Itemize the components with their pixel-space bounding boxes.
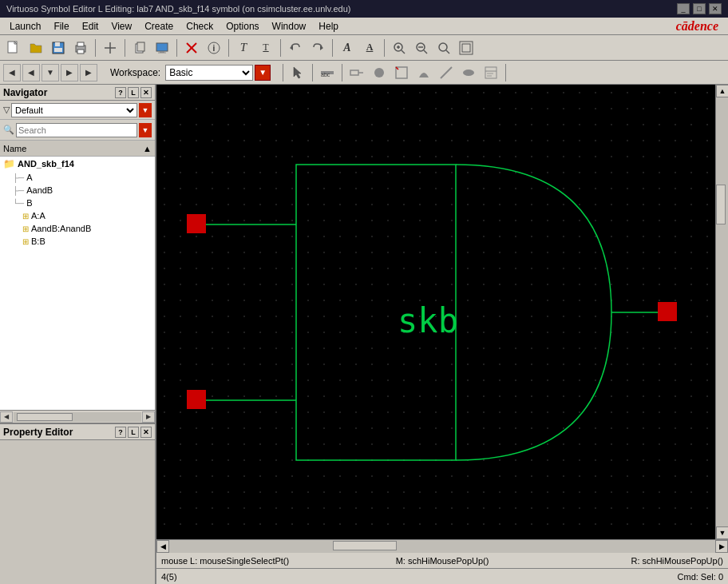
scroll-right-button[interactable]: ▶ [715,540,728,553]
toolbar-secondary: ◀ ◀ ▼ ▶ ▶ Workspace: Basic ▼ abc [0,61,728,85]
leaf-line3: └─ [13,199,24,208]
workspace-dropdown[interactable]: ▼ [255,65,271,81]
filter-select[interactable]: Default [11,103,137,117]
zoom-fit-button[interactable] [433,38,454,58]
menu-launch[interactable]: Launch [3,19,47,34]
property-editor-content [0,440,155,584]
undo-button[interactable] [285,38,306,58]
minimize-button[interactable]: _ [677,3,690,14]
svg-text:i: i [213,44,216,53]
crosshair-button[interactable] [100,38,121,58]
arc-tool[interactable] [413,62,434,83]
status-cmd-right: Cmd: Sel: 0 [442,572,723,582]
svg-rect-8 [77,50,84,54]
svg-point-42 [463,70,474,76]
status-bar-cmd: 4(5) Cmd: Sel: 0 [156,568,728,584]
close-button[interactable]: ✕ [709,3,722,14]
workspace-select[interactable]: Basic [165,65,253,81]
tree-item-aandb[interactable]: ├─ AandB [0,184,155,197]
prop-settings-button[interactable]: L [128,427,139,438]
redo-button[interactable] [307,38,328,58]
oval-tool[interactable] [458,62,479,83]
scroll-down-button[interactable]: ▼ [716,526,728,539]
select-tool[interactable] [287,62,308,83]
nav-scroll-right[interactable]: ▶ [142,411,155,423]
svg-rect-31 [460,42,473,54]
prop-help-button[interactable]: ? [115,427,126,438]
tree-item-root[interactable]: 📁 AND_skb_f14 [0,157,155,171]
delete-button[interactable] [181,38,202,58]
prop-close-button[interactable]: ✕ [140,427,152,438]
scroll-track-h [169,540,715,553]
tree-item-a[interactable]: ├─ A [0,171,155,184]
separator [95,39,96,57]
svg-rect-32 [462,44,470,52]
tree-label-a: A [26,173,32,182]
text-button[interactable]: T [233,38,254,58]
wire-tool[interactable]: abc [317,62,338,83]
search-input[interactable] [16,123,137,137]
info-button[interactable]: i [204,38,224,58]
menu-create[interactable]: Create [138,19,180,34]
monitor-button[interactable] [152,38,172,58]
navigator-settings-button[interactable]: L [128,87,139,98]
maximize-button[interactable]: □ [693,3,706,14]
tree-item-bb[interactable]: ⊞ B:B [0,235,155,248]
new-button[interactable] [3,38,24,58]
tree-label-root: AND_skb_f14 [18,159,74,169]
nav-back-button[interactable]: ◀ [3,64,21,81]
circle-tool[interactable] [369,62,390,83]
add-pin-tool[interactable] [346,62,367,83]
menu-view[interactable]: View [105,19,138,34]
menu-edit[interactable]: Edit [76,19,105,34]
zoom-full-button[interactable] [456,38,477,58]
navigator-title: Navigator [3,87,47,98]
search-dropdown-button[interactable]: ▼ [139,123,152,137]
app-layout: Virtuoso Symbol Editor L Editing: lab7 A… [0,0,728,584]
svg-marker-33 [294,67,301,78]
line-tool[interactable] [436,62,457,83]
nav-back-button2[interactable]: ◀ [22,64,40,81]
separator7 [384,39,385,57]
zoom-out-button[interactable] [411,38,432,58]
menu-help[interactable]: Help [312,19,345,34]
schematic-canvas[interactable]: skb [156,85,728,539]
rect-select-tool[interactable] [391,62,412,83]
print-button[interactable] [70,38,91,58]
save-button[interactable] [48,38,69,58]
navigator-help-button[interactable]: ? [115,87,126,98]
text-under-tool[interactable]: A [359,38,380,58]
nav-scroll-arrow: ▲ [143,144,152,153]
window-controls: _ □ ✕ [677,3,722,14]
tree-item-aandb-anandb[interactable]: ⊞ AandB:AnandB [0,222,155,235]
toolbar-main: i T T A A [0,35,728,61]
filter-icon: ▽ [3,105,10,115]
text-under-button[interactable]: T [255,38,276,58]
text-tool[interactable]: A [337,38,358,58]
open-button[interactable] [26,38,46,58]
nav-dropdown-button[interactable]: ▼ [42,64,59,81]
navigator-panel: Navigator ? L ✕ ▽ Default ▼ 🔍 [0,85,155,424]
tree-item-aa[interactable]: ⊞ A:A [0,209,155,222]
text-draw-tool[interactable] [481,62,501,83]
nav-scroll-left[interactable]: ◀ [0,411,13,423]
scroll-up-button[interactable]: ▲ [716,85,728,97]
menu-window[interactable]: Window [266,19,313,34]
zoom-in-button[interactable] [389,38,410,58]
menu-file[interactable]: File [47,19,75,34]
scroll-left-button[interactable]: ◀ [156,540,169,553]
navigator-header: Navigator ? L ✕ [0,85,155,101]
menu-check[interactable]: Check [180,19,220,34]
filter-dropdown-button[interactable]: ▼ [139,103,152,117]
svg-rect-53 [187,390,206,409]
tree-label-b: B [26,198,32,208]
navigator-close-button[interactable]: ✕ [140,87,152,98]
nav-forward-button2[interactable]: ▶ [80,64,97,81]
menu-options[interactable]: Options [220,19,265,34]
status-mouse-left: mouse L: mouseSingleSelectPt() [161,556,349,566]
scroll-thumb-v [716,185,726,224]
nav-forward-button[interactable]: ▶ [61,64,78,81]
copy-button[interactable] [129,38,150,58]
tree-item-b[interactable]: └─ B [0,197,155,209]
tb2-sep1 [283,64,283,81]
